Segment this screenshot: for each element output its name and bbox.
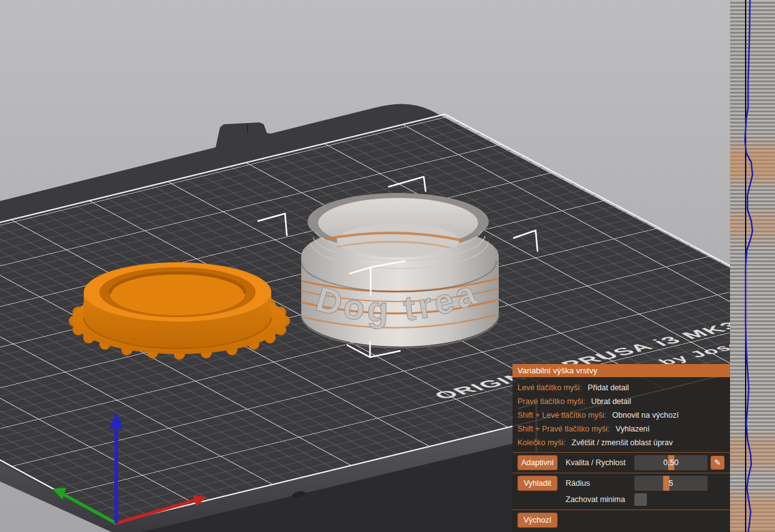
variable-layer-height-panel: Variabilní výška vrstvy Levé tlačítko my… [512, 364, 730, 532]
reset-row: Výchozí [518, 513, 725, 528]
hint-label: Shift + Pravé tlačítko myši: [518, 425, 610, 433]
prusaslicer-3d-viewport[interactable]: ORIGINAL PRUSA i3 MK3 by Josef [0, 0, 775, 532]
hint-shift-left-click: Shift + Levé tlačítko myši: Obnovit na v… [518, 408, 725, 422]
separator [512, 473, 730, 473]
adaptive-row: Adaptivní Kvalita / Rychlost 0,50 ✎ [518, 455, 725, 470]
object-orange-cap[interactable] [69, 262, 290, 360]
hint-mouse-wheel: Kolečko myši: Zvětšit / zmenšit oblast ú… [518, 436, 725, 450]
hint-value: Obnovit na výchozí [612, 411, 679, 420]
layer-height-profile-strip[interactable] [730, 0, 775, 532]
keep-minima-row: Zachovat minima [518, 492, 725, 507]
hint-value: Ubrat detail [591, 397, 631, 406]
adaptive-label: Kvalita / Rychlost [566, 458, 634, 467]
smooth-row: Vyhladit Rádius 5 [518, 476, 725, 491]
quality-speed-slider[interactable]: 0,50 [634, 455, 708, 470]
hint-label: Levé tlačítko myši: [518, 383, 582, 392]
layer-profile-curve-svg[interactable] [730, 0, 775, 532]
radius-label: Rádius [566, 479, 634, 488]
reset-button[interactable]: Výchozí [518, 513, 558, 528]
panel-title: Variabilní výška vrstvy [512, 364, 730, 377]
hint-value: Zvětšit / zmenšit oblast úprav [572, 438, 673, 447]
smooth-button[interactable]: Vyhladit [518, 476, 558, 491]
keep-minima-checkbox[interactable] [634, 493, 647, 506]
hint-left-click: Levé tlačítko myši: Přidat detail [518, 381, 725, 395]
hint-label: Shift + Levé tlačítko myši: [518, 411, 606, 420]
separator [512, 452, 730, 453]
edit-pencil-button[interactable]: ✎ [711, 456, 724, 470]
hint-right-click: Pravé tlačítko myši: Ubrat detail [518, 395, 725, 408]
adaptive-button[interactable]: Adaptivní [518, 455, 558, 470]
radius-slider[interactable]: 5 [634, 476, 708, 491]
hint-value: Přidat detail [588, 383, 629, 392]
hint-label: Kolečko myši: [518, 438, 566, 447]
hint-shift-right-click: Shift + Pravé tlačítko myši: Vyhlazení [518, 422, 725, 436]
radius-value: 5 [634, 476, 708, 491]
object-gray-jar[interactable]: Dog trea [301, 193, 501, 348]
keep-minima-label: Zachovat minima [566, 495, 634, 504]
quality-speed-value: 0,50 [634, 455, 708, 470]
hint-label: Pravé tlačítko myši: [518, 397, 585, 406]
separator [512, 510, 730, 510]
hint-value: Vyhlazení [616, 425, 649, 433]
